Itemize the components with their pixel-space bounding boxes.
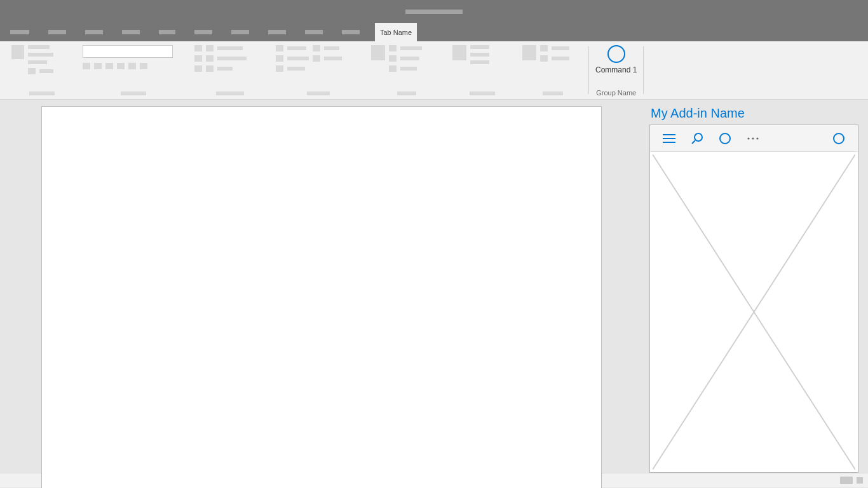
ribbon-group-addin: Command 1 Group Name [589,41,643,99]
ribbon-group-label: Group Name [596,89,636,97]
search-icon[interactable] [683,125,711,152]
circle-icon [607,45,625,63]
tab-placeholder[interactable] [268,30,286,34]
tab-placeholder[interactable] [10,30,29,34]
app-title-placeholder [405,10,463,14]
circle-icon[interactable] [711,125,739,152]
tab-placeholder[interactable] [48,30,66,34]
svg-line-4 [692,140,695,144]
ribbon-input-placeholder[interactable] [83,45,173,58]
task-pane-body [653,154,855,470]
ribbon-group-placeholder [517,41,588,99]
tab-placeholder[interactable] [159,30,175,34]
command-1-label: Command 1 [595,65,637,74]
svg-point-8 [756,137,758,139]
status-placeholder[interactable] [857,477,863,484]
tab-placeholder[interactable] [231,30,249,34]
circle-icon[interactable] [825,125,853,152]
hamburger-icon[interactable] [655,125,683,152]
document-area [0,100,643,473]
command-1-button[interactable]: Command 1 [595,45,637,74]
ribbon: Command 1 Group Name [0,41,868,100]
task-pane-container: My Add-in Name [643,100,868,473]
tab-placeholder[interactable] [305,30,323,34]
svg-point-6 [747,137,749,139]
title-bar [0,0,868,23]
tab-placeholder[interactable] [194,30,212,34]
document-page[interactable] [41,106,602,488]
ribbon-tabs: Tab Name [0,23,868,41]
ribbon-group-placeholder [78,41,189,99]
ribbon-group-placeholder [366,41,447,99]
content-area: My Add-in Name [0,100,868,473]
svg-point-7 [752,137,754,139]
svg-point-3 [695,133,702,141]
tab-placeholder[interactable] [122,30,140,34]
task-pane [649,125,858,473]
task-pane-toolbar [650,125,858,152]
tab-placeholder[interactable] [85,30,103,34]
status-placeholder[interactable] [840,477,853,484]
svg-point-9 [834,133,844,144]
tab-active-label: Tab Name [380,29,412,36]
svg-point-5 [720,133,730,144]
ribbon-group-placeholder [447,41,517,99]
ribbon-group-placeholder [271,41,366,99]
tab-placeholder[interactable] [342,30,360,34]
ribbon-group-placeholder [189,41,271,99]
ribbon-group-placeholder [6,41,78,99]
more-icon[interactable] [739,125,767,152]
tab-active[interactable]: Tab Name [375,23,417,41]
task-pane-title: My Add-in Name [649,106,858,121]
